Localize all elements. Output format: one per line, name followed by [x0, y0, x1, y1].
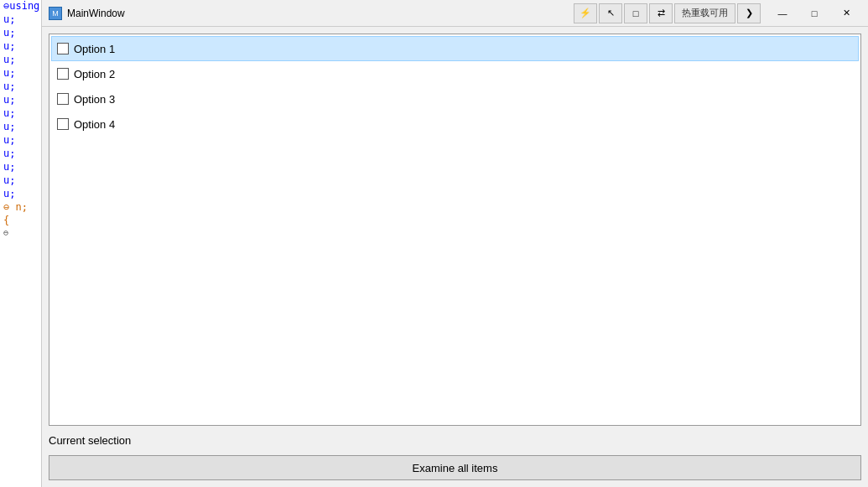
code-line-12: u; — [0, 148, 41, 161]
code-line-13: u; — [0, 161, 41, 174]
checkbox-option3[interactable] — [57, 93, 69, 105]
list-item[interactable]: Option 4 — [51, 111, 859, 137]
code-line-8: u; — [0, 94, 41, 107]
code-line-15: u; — [0, 188, 41, 201]
code-line-1: ⊖using System; — [0, 0, 41, 13]
window-title: MainWindow — [67, 8, 125, 19]
option2-label: Option 2 — [74, 68, 115, 80]
code-line-3: u; — [0, 27, 41, 40]
hot-reload-label: 热重载可用 — [674, 3, 735, 23]
code-line-7: u; — [0, 80, 41, 94]
option1-label: Option 1 — [74, 43, 115, 55]
run-tool-button[interactable]: ⚡ — [574, 3, 597, 23]
code-line-14: u; — [0, 174, 41, 188]
code-line-10: u; — [0, 121, 41, 134]
code-line-17: { — [0, 215, 41, 228]
listbox[interactable]: Option 1 Option 2 Option 3 Option 4 — [49, 34, 861, 426]
checkbox-option1[interactable] — [57, 43, 69, 54]
list-item[interactable]: Option 3 — [51, 86, 859, 111]
window-icon: M — [49, 7, 62, 20]
checkbox-option2[interactable] — [57, 68, 69, 80]
code-line-4: u; — [0, 40, 41, 54]
code-editor: ⊖using System; u; u; u; u; u; u; u; u; u… — [0, 0, 42, 487]
close-button[interactable]: ✕ — [831, 3, 861, 23]
list-item[interactable]: Option 1 — [51, 36, 859, 61]
window-tool-button[interactable]: □ — [624, 3, 647, 23]
select-tool-button[interactable]: ↖ — [599, 3, 622, 23]
maximize-button[interactable]: □ — [799, 3, 829, 23]
window-content: Option 1 Option 2 Option 3 Option 4 Curr… — [42, 27, 868, 487]
code-line-16: ⊖ n; — [0, 201, 41, 215]
title-bar: M MainWindow ⚡ ↖ □ ⇄ 热重载可用 ❯ — □ ✕ — [42, 0, 868, 27]
main-area: M MainWindow ⚡ ↖ □ ⇄ 热重载可用 ❯ — □ ✕ Optio… — [42, 0, 868, 487]
code-line-6: u; — [0, 67, 41, 80]
code-line-2: u; — [0, 13, 41, 27]
window-controls: — □ ✕ — [767, 3, 861, 23]
swap-tool-button[interactable]: ⇄ — [649, 3, 673, 23]
code-line-18: ⊖ — [0, 228, 41, 241]
option3-label: Option 3 — [74, 93, 115, 106]
checkbox-option4[interactable] — [57, 118, 69, 130]
code-line-5: u; — [0, 54, 41, 67]
examine-all-button[interactable]: Examine all items — [49, 455, 861, 480]
code-line-9: u; — [0, 107, 41, 121]
toolbar: ⚡ ↖ □ ⇄ 热重载可用 ❯ — [574, 3, 761, 23]
code-line-11: u; — [0, 134, 41, 148]
chevron-button[interactable]: ❯ — [737, 3, 761, 23]
minimize-button[interactable]: — — [767, 3, 798, 23]
option4-label: Option 4 — [74, 118, 115, 131]
list-item[interactable]: Option 2 — [51, 61, 859, 86]
current-selection-label: Current selection — [49, 433, 861, 448]
